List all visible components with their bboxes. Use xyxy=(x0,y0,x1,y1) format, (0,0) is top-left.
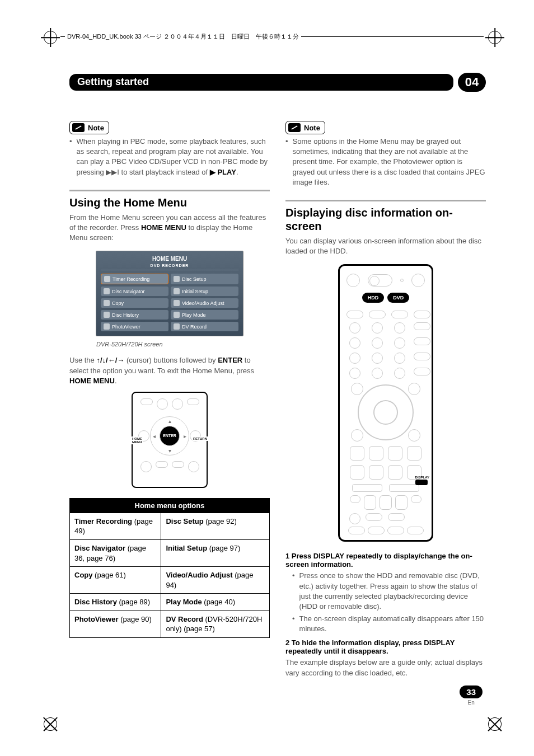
screenshot-caption: DVR-520H/720H screen xyxy=(96,341,270,348)
hm-video-audio: Video/Audio Adjust xyxy=(171,298,238,308)
step-1-bullet-2: • The on-screen display automatically di… xyxy=(285,614,486,634)
note-bullet: • Some options in the Home Menu may be g… xyxy=(285,137,486,187)
home-menu-grid: Timer Recording Disc Setup Disc Navigato… xyxy=(101,274,238,331)
dpad-big-icon xyxy=(358,384,414,440)
remote-button-icon xyxy=(157,398,168,410)
playmode-icon xyxy=(174,312,180,318)
step-2-heading: 2 To hide the information display, press… xyxy=(285,638,486,655)
remote-button-icon xyxy=(368,274,392,287)
display-button-icon xyxy=(415,480,428,485)
right-column: Note • Some options in the Home Menu may… xyxy=(285,121,486,678)
remote-button-icon xyxy=(388,465,402,480)
home-menu-label: HOMEMENU xyxy=(132,436,143,444)
pencil-icon xyxy=(288,123,301,132)
remote-button-icon xyxy=(349,513,360,524)
remote-button-icon xyxy=(369,465,383,480)
remote-button-icon xyxy=(187,398,199,405)
registration-mark-icon xyxy=(485,715,504,734)
table-cell: Initial Setup (page 97) xyxy=(161,539,270,566)
hm-disc-history: Disc History xyxy=(101,310,168,320)
arrow-left-icon: ◂ xyxy=(153,433,156,439)
remote-button-icon xyxy=(348,527,365,534)
hdd-dvd-row: HDD DVD xyxy=(346,293,425,303)
remote-button-icon xyxy=(408,383,420,395)
remote-button-icon xyxy=(364,495,376,510)
remote-button-icon xyxy=(346,311,363,318)
note-label: Note xyxy=(88,124,104,132)
remote-button-icon xyxy=(394,368,405,379)
hm-timer-recording: Timer Recording xyxy=(101,274,168,284)
bullet-dot: • xyxy=(285,137,288,187)
remote-full-diagram: HDD DVD xyxy=(338,264,433,542)
return-label: RETURN xyxy=(193,436,208,441)
remote-button-icon xyxy=(369,446,383,461)
table-cell: Video/Audio Adjust (page 94) xyxy=(161,567,270,594)
remote-button-icon xyxy=(188,461,199,472)
hdd-pill: HDD xyxy=(362,293,385,303)
home-menu-options-table: Home menu options Timer Recording (page … xyxy=(69,498,270,638)
table-cell: PhotoViewer (page 90) xyxy=(70,611,161,637)
dvd-pill: DVD xyxy=(387,293,409,303)
display-info-intro: You can display various on-screen inform… xyxy=(285,236,486,256)
disc-icon xyxy=(174,276,180,282)
step-1-heading: 1 Press DISPLAY repeatedly to display/ch… xyxy=(285,552,486,569)
remote-button-icon xyxy=(140,461,152,472)
remote-button-icon xyxy=(372,353,383,364)
bullet-dot: • xyxy=(69,137,72,177)
chapter-title: Getting started xyxy=(69,74,453,91)
playback-row xyxy=(350,446,421,461)
step-1-bullet-1: • Press once to show the HDD and removab… xyxy=(285,571,486,612)
copy-icon xyxy=(104,300,110,306)
remote-button-icon xyxy=(414,322,430,330)
av-icon xyxy=(174,300,180,306)
remote-button-icon xyxy=(369,311,386,318)
remote-button-icon xyxy=(389,484,419,492)
remote-button-icon xyxy=(394,337,405,349)
remote-button-icon xyxy=(372,368,383,379)
remote-button-icon xyxy=(387,527,404,534)
bottom-row1 xyxy=(350,495,421,510)
remote-button-icon xyxy=(349,368,360,379)
section-heading-home-menu: Using the Home Menu xyxy=(69,196,270,209)
remote-button-icon xyxy=(372,337,383,349)
remote-button-icon xyxy=(349,353,360,364)
hm-copy: Copy xyxy=(101,298,168,308)
hm-photoviewer: PhotoViewer xyxy=(101,322,168,331)
table-cell: DV Record (DVR-520H/720H only) (page 57) xyxy=(161,611,270,637)
bar-row xyxy=(350,484,421,492)
note-label: Note xyxy=(304,124,320,132)
note-badge: Note xyxy=(285,121,325,134)
home-menu-title: HOME MENU DVD RECORDER xyxy=(101,256,238,270)
note-badge: Note xyxy=(69,121,109,134)
table-cell: Play Mode (page 40) xyxy=(161,594,270,611)
home-menu-screenshot: HOME MENU DVD RECORDER Timer Recording D… xyxy=(96,251,243,336)
remote-button-icon xyxy=(391,311,408,318)
page-content: Getting started 04 Note • When playing i… xyxy=(69,73,486,722)
remote-button-icon xyxy=(388,446,402,461)
remote-button-icon xyxy=(408,429,420,442)
remote-button-icon xyxy=(411,495,421,503)
registration-mark-icon xyxy=(41,715,60,734)
chapter-number: 04 xyxy=(458,73,486,92)
table-cell: Timer Recording (page 49) xyxy=(70,513,161,539)
remote-button-icon xyxy=(351,383,363,395)
note-bullet: • When playing in PBC mode, some playbac… xyxy=(69,137,270,177)
remote-button-icon xyxy=(414,311,430,318)
setup-icon xyxy=(174,288,180,294)
playback-row xyxy=(350,465,421,480)
hm-initial-setup: Initial Setup xyxy=(171,287,238,296)
bottom-row3 xyxy=(346,527,425,534)
remote-button-icon xyxy=(388,513,405,521)
remote-button-icon xyxy=(368,527,385,534)
remote-button-icon xyxy=(380,495,392,510)
section-rule xyxy=(285,200,486,201)
remote-button-icon xyxy=(407,527,424,534)
clock-icon xyxy=(104,276,110,282)
arrow-up-icon: ▴ xyxy=(168,418,171,424)
remote-button-icon xyxy=(352,484,382,492)
remote-dpad-diagram: ▴ ▾ ◂ ▸ ENTER HOMEMENU RETURN xyxy=(132,392,208,488)
section-rule xyxy=(69,190,270,191)
remote-button-icon xyxy=(372,322,383,334)
print-header-text: DVR-04_HDD_UK.book 33 ページ ２００４年４月１１日 日曜日… xyxy=(65,32,301,41)
dv-icon xyxy=(174,323,180,330)
